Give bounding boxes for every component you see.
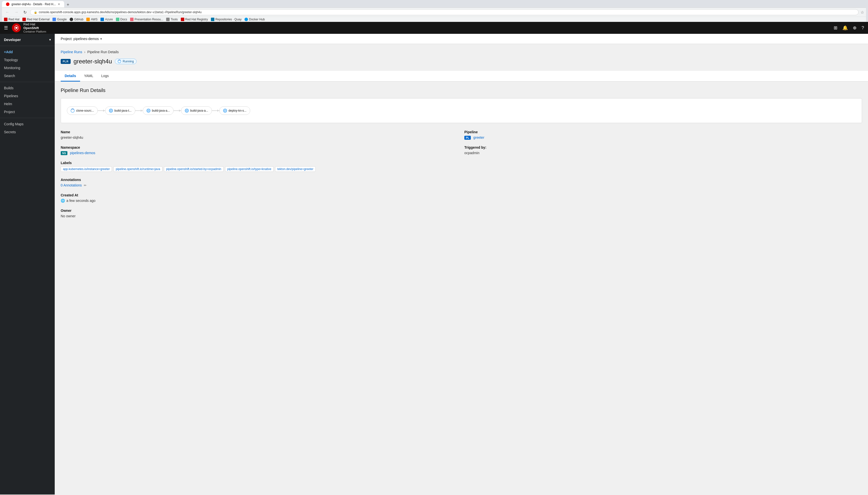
pipeline-link[interactable]: greeter [473, 136, 484, 139]
bookmark-aws[interactable]: AWS [86, 18, 98, 21]
brand-platform-label: Container Platform [23, 30, 46, 33]
tab-yaml[interactable]: YAML [80, 71, 97, 82]
annotations-link[interactable]: 0 Annotations [61, 183, 82, 187]
bookmark-icon-aws [86, 18, 90, 21]
detail-annotations-label: Annotations [61, 178, 458, 182]
page-tabs: Details YAML Logs [55, 71, 868, 82]
step-pending-icon-4 [223, 109, 227, 113]
bookmark-icon-github [70, 18, 73, 21]
pipeline-step-3[interactable]: build-java-a... [143, 106, 174, 115]
detail-name-value: greeter-slqh4u [61, 136, 458, 139]
pipeline-step-5[interactable]: deploy-kn-s... [219, 106, 250, 115]
bookmark-azure[interactable]: Azure [101, 18, 113, 21]
brand-openshift-label: OpenShift [23, 26, 46, 30]
globe-icon: 🌐 [61, 199, 65, 203]
step-running-icon [71, 109, 74, 113]
pipeline-step-2[interactable]: build-java-t... [105, 106, 135, 115]
pipeline-step-4[interactable]: build-java-a... [181, 106, 212, 115]
bookmark-tools[interactable]: Tools [166, 18, 177, 21]
pipeline-step-1[interactable]: clone-sourc... [67, 106, 98, 115]
brand-text: Red Hat OpenShift Container Platform [23, 22, 46, 33]
detail-pipeline-label: Pipeline [464, 130, 862, 134]
project-bar: Project: pipelines-demos ▾ [55, 34, 868, 44]
edit-annotations-icon[interactable]: ✏ [84, 184, 87, 187]
reload-button[interactable]: ↻ [22, 10, 28, 15]
hamburger-menu-button[interactable]: ☰ [4, 25, 8, 31]
page-title: greeter-slqh4u [74, 58, 112, 65]
bookmark-docker-hub[interactable]: Docker Hub [244, 18, 265, 21]
bookmark-github[interactable]: GitHub [70, 18, 83, 21]
detail-pipeline-block: Pipeline PL greeter [464, 130, 862, 139]
step-node-deploy[interactable]: deploy-kn-s... [219, 106, 250, 115]
step-pending-icon-3 [185, 109, 189, 113]
bookmark-redhat[interactable]: Red Hat [4, 18, 19, 21]
project-selector[interactable]: Project: pipelines-demos ▾ [61, 37, 102, 41]
label-chip-3[interactable]: pipeline.openshift.io/type=knative [225, 166, 274, 172]
step-pending-icon-2 [147, 109, 151, 113]
label-chip-1[interactable]: pipeline.openshift.io/runtime=java [114, 166, 162, 172]
bookmark-star-button[interactable]: ☆ [861, 10, 864, 15]
detail-pipeline-value: PL greeter [464, 136, 862, 139]
sidebar-item-helm[interactable]: Helm [0, 100, 55, 108]
step-label-build1: build-java-t... [114, 109, 132, 113]
sidebar-item-pipelines[interactable]: Pipelines [0, 92, 55, 100]
brand: Red Hat OpenShift Container Platform [12, 22, 46, 33]
pl-badge: PL [464, 136, 471, 140]
browser-tab[interactable]: greeter-slqh4u · Details · Red H... ✕ [2, 1, 64, 7]
bookmark-icon-rh-registry [181, 18, 184, 21]
tab-close-button[interactable]: ✕ [58, 2, 60, 6]
step-node-build1[interactable]: build-java-t... [105, 106, 135, 115]
svg-point-1 [15, 27, 17, 29]
detail-created-block: Created At 🌐 a few seconds ago [61, 193, 458, 203]
grid-menu-button[interactable]: ⊞ [834, 25, 837, 31]
sidebar-item-search[interactable]: Search [0, 72, 55, 80]
forward-button[interactable]: → [13, 10, 20, 15]
pipeline-steps: clone-sourc... build-java-t... [67, 106, 856, 115]
sidebar-item-monitoring[interactable]: Monitoring [0, 64, 55, 72]
label-chip-4[interactable]: tekton.dev/pipeline=greeter [275, 166, 316, 172]
bookmark-redhat-external[interactable]: Red Hat External [22, 18, 50, 21]
detail-owner-label: Owner [61, 209, 458, 212]
sidebar-item-secrets[interactable]: Secrets [0, 128, 55, 136]
help-add-button[interactable]: ⊕ [853, 25, 856, 31]
sidebar-item-helm-label: Helm [4, 102, 12, 106]
detail-created-value: a few seconds ago [66, 199, 96, 203]
step-node-build2[interactable]: build-java-a... [143, 106, 174, 115]
page-content: Pipeline Runs › Pipeline Run Details PLR… [55, 44, 868, 230]
tab-details[interactable]: Details [61, 71, 80, 82]
step-node-clone[interactable]: clone-sourc... [67, 106, 98, 115]
label-chip-2[interactable]: pipeline.openshift.io/started-by=ocpadmi… [164, 166, 224, 172]
bookmark-repos-quay[interactable]: Repositories · Quay [211, 18, 241, 21]
bookmark-icon-docker-hub [244, 18, 248, 21]
sidebar-item-topology[interactable]: Topology [0, 56, 55, 64]
sidebar-item-builds-label: Builds [4, 86, 14, 90]
bookmark-google[interactable]: Google [52, 18, 67, 21]
bookmark-docs[interactable]: Docs [116, 18, 127, 21]
details-right-column: Pipeline PL greeter Triggered by: ocpadm… [464, 130, 862, 224]
back-button[interactable]: ← [4, 10, 11, 15]
step-node-build3[interactable]: build-java-a... [181, 106, 212, 115]
bookmark-rh-registry[interactable]: Red Hat Registry [181, 18, 208, 21]
breadcrumb-pipeline-runs-link[interactable]: Pipeline Runs [61, 50, 82, 54]
address-bar[interactable]: 🔒 console.openshift-console.apps.gcp.kam… [30, 9, 858, 15]
sidebar-item-builds[interactable]: Builds [0, 84, 55, 92]
detail-triggered-value: ocpadmin [464, 151, 862, 155]
user-menu-button[interactable]: ? [862, 25, 864, 31]
brand-logo [12, 23, 21, 32]
sidebar-item-pipelines-label: Pipelines [4, 94, 18, 98]
sidebar-item-configmaps[interactable]: Config Maps [0, 120, 55, 128]
perspective-switcher[interactable]: Developer ▾ [0, 34, 55, 46]
step-label-build3: build-java-a... [190, 109, 208, 113]
namespace-link[interactable]: pipelines-demos [70, 151, 95, 155]
sidebar-item-project[interactable]: Project [0, 108, 55, 116]
bookmark-icon-redhat-external [22, 18, 26, 21]
step-label-build2: build-java-a... [152, 109, 170, 113]
notifications-button[interactable]: 🔔 [843, 25, 848, 31]
sidebar-item-add[interactable]: +Add [0, 48, 55, 56]
label-chip-0[interactable]: app.kubernetes.io/instance=greeter [61, 166, 112, 172]
step-arrow-2 [135, 110, 143, 111]
bookmark-presentation[interactable]: Presentation Resou... [130, 18, 163, 21]
tab-logs[interactable]: Logs [97, 71, 113, 82]
new-tab-button[interactable]: + [65, 2, 71, 7]
step-label-clone: clone-sourc... [76, 109, 94, 113]
